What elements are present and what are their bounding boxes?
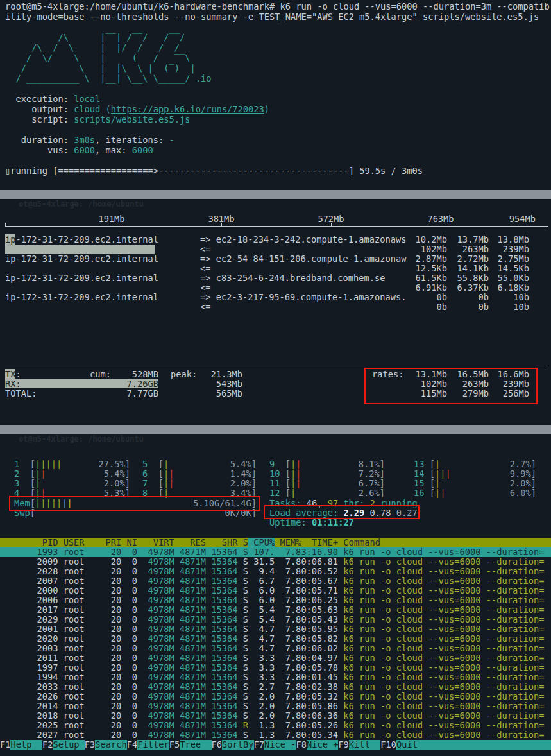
process-row[interactable]: 2003root2004978M4871M15364S4.77.80:06.02…	[0, 644, 551, 653]
text-segment: / __________ \ |__| \__\ \_____/ .io	[5, 73, 211, 83]
cell-pri: 20	[106, 721, 122, 730]
iftop-connection-row[interactable]: ip-172-31-72-209.ec2.internal=> c83-254-…	[0, 273, 551, 283]
fkey-f7[interactable]: F7	[254, 740, 264, 750]
iftop-connection-row[interactable]: ip-172-31-72-209.ec2.internal=> ec2-3-21…	[0, 293, 551, 302]
cell-mem: 7.8	[275, 615, 301, 624]
fkey-f4[interactable]: F4	[127, 740, 137, 750]
column-header-pid[interactable]: PID	[5, 538, 58, 547]
process-row[interactable]: 2011root2004978M4871M15364S3.37.80:04.97…	[0, 653, 551, 663]
cell-time: 3:16.90	[301, 547, 338, 557]
cell-pri: 20	[106, 596, 122, 605]
rate-value: 55.0Kb	[478, 273, 529, 283]
column-header-cpu[interactable]: CPU%	[248, 538, 275, 547]
cell-cmd: k6 run -o cloud --vus=6000 --duration=	[343, 692, 551, 701]
process-row[interactable]: 2000root2004978M4871M15364S6.07.80:05.71…	[0, 586, 551, 596]
cell-shr: 15364	[206, 682, 237, 692]
cell-cpu: 2.0	[248, 711, 275, 721]
cell-shr: 15364	[206, 673, 237, 682]
cell-ni: 0	[121, 682, 137, 692]
column-header-ni[interactable]: NI	[121, 538, 137, 547]
fkey-f2[interactable]: F2	[42, 740, 53, 750]
cpu-percent: 2.7%]	[510, 460, 536, 469]
process-row[interactable]: 2006root2004978M4871M15364S6.07.80:06.25…	[0, 596, 551, 605]
fkey-label-nice[interactable]: Nice +	[307, 740, 338, 750]
process-row[interactable]: 2014root2004978M4871M15364S2.07.80:05.86…	[0, 701, 551, 711]
iftop-connection-row[interactable]: ip-172-31-72-209.ec2.internal=> ec2-54-8…	[0, 254, 551, 264]
fkey-f3[interactable]: F3	[85, 740, 95, 750]
cpu-usage-bars: |	[291, 488, 359, 498]
cell-user: root	[64, 711, 106, 721]
fkey-f6[interactable]: F6	[212, 740, 222, 750]
cell-pri: 20	[106, 586, 122, 596]
cell-ni: 0	[121, 567, 137, 576]
iftop-connection-row[interactable]: ip-172-31-72-209.ec2.internal=> ec2-18-2…	[0, 235, 551, 245]
fkey-label-quit[interactable]: Quit	[396, 740, 551, 750]
process-row[interactable]: 2017root2004978M4871M15364S5.47.80:05.63…	[0, 605, 551, 615]
column-header-pri[interactable]: PRI	[106, 538, 122, 547]
fkey-label-setup[interactable]: Setup	[53, 740, 84, 750]
iftop-connection-row-return: <=6.91Kb6.37Kb6.18Kb	[0, 283, 551, 293]
process-row[interactable]: 2018root2004978M4871M15364S2.07.80:06.36…	[0, 711, 551, 721]
cell-s: R	[238, 721, 248, 730]
cell-pid: 2025	[5, 721, 58, 730]
fkey-f8[interactable]: F8	[296, 740, 306, 750]
cpu-usage-bars: |||||	[35, 460, 99, 469]
process-row[interactable]: 1993root2004978M4871M15364S107.7.83:16.9…	[0, 547, 551, 557]
column-header-user[interactable]: USER	[64, 538, 106, 547]
text-segment: , max:	[95, 145, 132, 155]
column-header-res[interactable]: RES	[174, 538, 206, 547]
cell-cpu: 4.7	[248, 624, 275, 634]
process-row[interactable]: 2029root2004978M4871M15364S5.47.80:05.43…	[0, 615, 551, 624]
process-row[interactable]: 2020root2004978M4871M15364S4.77.80:05.82…	[0, 634, 551, 644]
fkey-label-search[interactable]: Search	[95, 740, 126, 750]
process-row[interactable]: 2009root2004978M4871M15364S31.57.80:06.8…	[0, 557, 551, 567]
cell-pid: 2003	[5, 644, 58, 653]
process-row[interactable]: 2033root2004978M4871M15364S2.77.80:02.38…	[0, 682, 551, 692]
cell-time: 0:04.97	[301, 653, 338, 663]
cell-pri: 20	[106, 730, 122, 740]
cell-virt: 4978M	[137, 711, 174, 721]
fkey-f9[interactable]: F9	[338, 740, 348, 750]
cell-s: S	[238, 557, 248, 567]
fkey-label-sortby[interactable]: SortBy	[222, 740, 253, 750]
fkey-f10[interactable]: F10	[380, 740, 396, 750]
fkey-label-help[interactable]: Help	[10, 740, 42, 750]
k6-run-link[interactable]: https://app.k6.io/runs/720023	[111, 104, 264, 114]
fkey-f5[interactable]: F5	[169, 740, 180, 750]
process-row[interactable]: 2026root2004978M4871M15364S2.07.80:05.32…	[0, 692, 551, 701]
column-header-shr[interactable]: SHR	[206, 538, 237, 547]
fkey-f1[interactable]: F1	[0, 740, 10, 750]
process-row[interactable]: 2007root2004978M4871M15364S6.77.80:05.67…	[0, 576, 551, 586]
process-row[interactable]: 2027root2004978M4871M15364S1.37.80:05.34…	[0, 730, 551, 740]
cell-shr: 15364	[206, 653, 237, 663]
cell-mem: 7.8	[275, 624, 301, 634]
window-titlebar-iftop[interactable]: ot@m5-4xlarge: /home/ubuntu	[0, 190, 551, 200]
cpu-percent: 8.1%]	[359, 460, 385, 469]
cell-pri: 20	[106, 624, 122, 634]
cell-cpu: 107.	[248, 547, 275, 557]
column-header-command[interactable]: Command	[343, 538, 551, 547]
annotation-box-load	[264, 505, 420, 519]
cell-virt: 4978M	[137, 586, 174, 596]
cell-virt: 4978M	[137, 644, 174, 653]
process-row[interactable]: 2001root2004978M4871M15364S4.77.80:05.95…	[0, 624, 551, 634]
window-titlebar-htop[interactable]: ot@m5-4xlarge: /home/ubuntu	[0, 425, 551, 434]
cell-res: 4871M	[174, 711, 206, 721]
column-header-virt[interactable]: VIRT	[137, 538, 174, 547]
process-row[interactable]: 1997root2004978M4871M15364S3.37.80:05.78…	[0, 663, 551, 673]
text-segment: 6000	[74, 145, 95, 155]
fkey-label-tree[interactable]: Tree	[180, 740, 211, 750]
process-row[interactable]: 1994root2004978M4871M15364S3.37.80:01.45…	[0, 673, 551, 682]
fkey-label-filter[interactable]: Filter	[137, 740, 169, 750]
terminal-line	[0, 155, 551, 166]
column-header-time[interactable]: TIME+	[301, 538, 338, 547]
column-header-s[interactable]: S	[238, 538, 248, 547]
text-segment: / \/ \ | ( / ‾‾\	[5, 53, 201, 63]
process-row[interactable]: 2028root2004978M4871M15364S9.47.80:06.52…	[0, 567, 551, 576]
cell-res: 4871M	[174, 624, 206, 634]
process-row[interactable]: 2025root2004978M4871M15364R1.37.80:05.26…	[0, 721, 551, 730]
fkey-label-kill[interactable]: Kill	[349, 740, 380, 750]
fkey-label-nice[interactable]: Nice -	[264, 740, 296, 750]
column-header-mem[interactable]: MEM%	[275, 538, 301, 547]
cell-ni: 0	[121, 624, 137, 634]
